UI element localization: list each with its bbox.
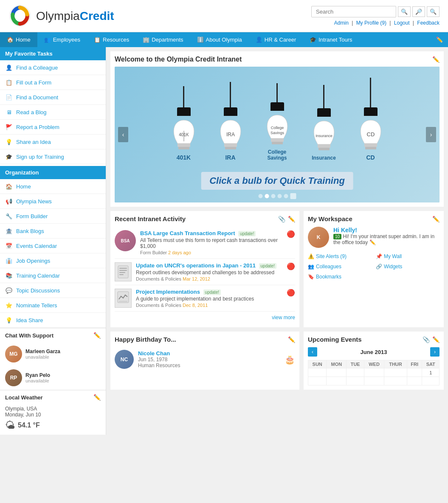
calendar-header-icons: 📎 ✏️ [423, 336, 440, 343]
sidebar-item-training-calendar[interactable]: 📚 Training Calendar [0, 268, 106, 283]
activity-link-2[interactable]: Update on UNCR's operations in Japan - 2… [136, 262, 256, 269]
svg-rect-1 [178, 143, 190, 147]
two-col-top: Recent Intranet Activity 📎 ✏️ BSA BSA La… [110, 211, 444, 327]
sidebar-item-find-doc[interactable]: 📄 Find a Document [0, 90, 106, 105]
sidebar-item-nominate-tellers[interactable]: ⭐ Nominate Tellers [0, 298, 106, 313]
banner-dots [258, 193, 296, 199]
ws-bookmarks-link[interactable]: 🔖 Bookmarks [308, 273, 372, 281]
sidebar-item-home[interactable]: 🏠 Home [0, 179, 106, 194]
search-input[interactable] [311, 6, 396, 17]
activity-attach-1[interactable]: 🔴 [287, 230, 295, 255]
cal-cell [422, 377, 440, 385]
workspace-message: 10 Hi! I'm your intranet super admin. I … [333, 233, 440, 245]
sidebar-item-job-openings[interactable]: 👔 Job Openings [0, 253, 106, 268]
svg-text:IRA: IRA [226, 132, 234, 138]
nav-item-about[interactable]: ℹ️ About Olympia [190, 32, 249, 47]
birthday-title: Happy Birthday To... [115, 336, 176, 343]
activity-attach-3[interactable]: 🔴 [287, 289, 295, 308]
banner-dot-4[interactable] [277, 194, 282, 198]
main-content: Welcome to the Olympia Credit Intranet ✏… [106, 47, 448, 435]
weather-edit-icon[interactable]: ✏️ [93, 394, 101, 401]
ryan-status: unavailable [25, 378, 50, 383]
activity-file-icon[interactable]: 📎 [278, 216, 285, 222]
feedback-link[interactable]: Feedback [417, 20, 440, 26]
activity-link-1[interactable]: BSA Large Cash Transaction Report [140, 230, 235, 236]
chat-person-ryan[interactable]: RP Ryan Pelo unavailable [0, 366, 106, 390]
banner-dot-2[interactable] [265, 194, 269, 198]
home-org-icon: 🏠 [5, 183, 13, 190]
sidebar-item-find-colleague[interactable]: 👤 Find a Colleague [0, 60, 106, 75]
logout-link[interactable]: Logout [394, 20, 410, 26]
svg-text:CD: CD [366, 131, 375, 138]
banner-dot-1[interactable] [258, 194, 262, 198]
zoom-in-button[interactable]: 🔎 [412, 6, 425, 17]
nav-item-tours[interactable]: 🎓 Intranet Tours [303, 32, 359, 47]
birthday-edit-icon[interactable]: ✏️ [288, 336, 295, 343]
activity-attach-2[interactable]: 🔴 [287, 262, 295, 281]
sidebar-item-olympia-news[interactable]: 📢 Olympia News [0, 194, 106, 209]
bulb-college[interactable]: College Savings CollegeSavings [262, 83, 292, 161]
view-more-link[interactable]: view more [272, 315, 295, 320]
banner-dot-5[interactable] [284, 194, 288, 198]
nav-item-resources[interactable]: 📋 Resources [87, 32, 136, 47]
calendar-card: Upcoming Events 📎 ✏️ ‹ June 2013 › SUN [304, 332, 444, 390]
sidebar-item-events-calendar[interactable]: 📅 Events Calendar [0, 239, 106, 253]
avatar-marleen: MG [5, 346, 22, 362]
bulb-cd[interactable]: CD CD [356, 78, 386, 161]
sidebar-item-report-problem[interactable]: 🚩 Report a Problem [0, 120, 106, 135]
main-nav: 🏠 Home 👥 Employees 📋 Resources 🏢 Departm… [0, 32, 448, 47]
ws-my-wall-link[interactable]: 📌 My Wall [376, 252, 440, 261]
sidebar-item-sign-up-training[interactable]: 🎓 Sign up for Training [0, 149, 106, 164]
banner-prev-button[interactable]: ‹ [118, 127, 128, 142]
ws-site-alerts-link[interactable]: ⚠️ Site Alerts (9) [308, 252, 372, 261]
birthday-name[interactable]: Nicole Chan [138, 350, 180, 357]
workspace-edit-icon[interactable]: ✏️ [432, 216, 440, 222]
nav-item-home[interactable]: 🏠 Home [0, 32, 37, 47]
calendar-prev-button[interactable]: ‹ [308, 347, 317, 357]
sidebar-item-bank-blogs[interactable]: 🏦 Bank Blogs [0, 224, 106, 239]
nav-edit-icon[interactable]: ✏️ [431, 32, 448, 47]
activity-edit-icon[interactable]: ✏️ [288, 216, 295, 222]
chat-edit-icon[interactable]: ✏️ [93, 332, 101, 339]
workspace-header: My Workspace ✏️ [308, 215, 440, 222]
sidebar-item-topic-discussions[interactable]: 💬 Topic Discussions [0, 283, 106, 298]
sidebar-item-form-builder[interactable]: 🔧 Form Builder [0, 209, 106, 224]
activity-title: Recent Intranet Activity [115, 215, 186, 222]
sidebar-item-share-idea[interactable]: 💡 Share an Idea [0, 135, 106, 149]
calendar-next-button[interactable]: › [430, 347, 440, 357]
welcome-edit-icon[interactable]: ✏️ [432, 56, 440, 63]
nav-item-departments[interactable]: 🏢 Departments [136, 32, 190, 47]
nav-item-hr[interactable]: 👤 HR & Career [249, 32, 303, 47]
workspace-greeting-row: K Hi Kelly! 10 Hi! I'm your intranet sup… [308, 227, 440, 248]
calendar-icon: 📅 [5, 242, 13, 250]
bulb-insurance[interactable]: Insurance Insurance [309, 85, 339, 161]
banner-dot-3[interactable] [271, 194, 275, 198]
bulb-401k[interactable]: 401K 401K [169, 86, 199, 161]
ws-colleagues-link[interactable]: 👥 Colleagues [308, 262, 372, 271]
activity-desc-2: Report outlines development and challeng… [136, 270, 282, 275]
banner-next-button[interactable]: › [426, 127, 436, 142]
my-profile-link[interactable]: My Profile (9) [356, 20, 386, 26]
chat-person-marleen[interactable]: MG Marleen Garza unavailable [0, 342, 106, 366]
sidebar-item-fill-form[interactable]: 📋 Fill out a Form [0, 75, 106, 90]
ws-message-edit[interactable]: ✏️ [369, 239, 376, 245]
bulb-ira[interactable]: IRA IRA [216, 82, 245, 161]
calendar-edit-icon[interactable]: ✏️ [432, 336, 440, 343]
calendar-file-icon[interactable]: 📎 [423, 336, 430, 343]
calendar-nav: ‹ June 2013 › [308, 347, 440, 357]
sidebar-item-idea-share[interactable]: 💡 Idea Share [0, 313, 106, 328]
calendar-header: Upcoming Events 📎 ✏️ [308, 336, 440, 343]
cal-header-mon: MON [327, 360, 347, 368]
activity-link-3[interactable]: Project Implementations [136, 289, 200, 295]
svg-rect-18 [118, 266, 128, 278]
colleagues-icon: 👥 [308, 264, 314, 270]
sidebar-item-read-blog[interactable]: 🖥 Read a Blog [0, 105, 106, 120]
ws-widgets-link[interactable]: 🔗 Widgets [376, 262, 440, 271]
admin-link[interactable]: Admin [334, 20, 349, 26]
search-button[interactable]: 🔍 [398, 6, 411, 17]
zoom-out-button[interactable]: 🔍 [427, 6, 440, 17]
svg-rect-19 [119, 268, 127, 269]
cal-cell[interactable]: 1 [422, 368, 440, 377]
banner-pause-button[interactable] [290, 193, 296, 199]
nav-item-employees[interactable]: 👥 Employees [37, 32, 87, 47]
